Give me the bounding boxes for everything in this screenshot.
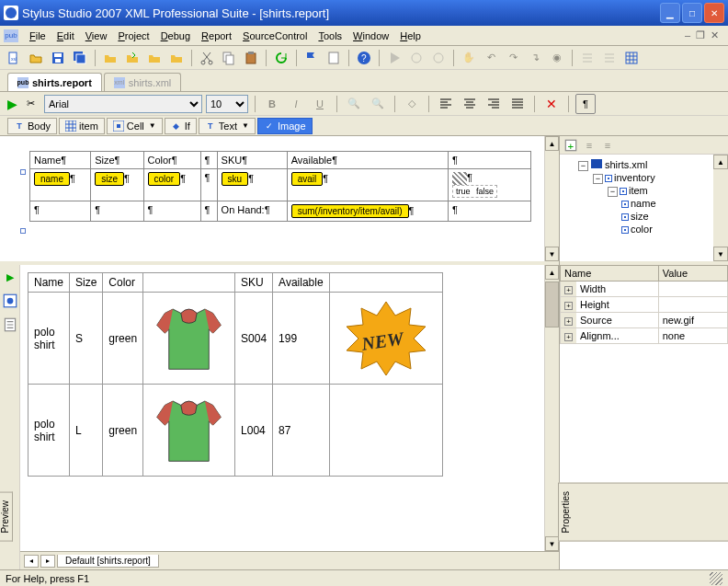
footer-cell[interactable]	[200, 201, 217, 222]
folder-button-3[interactable]	[144, 48, 165, 68]
cut-button[interactable]	[197, 48, 217, 68]
delete-button[interactable]: ✕	[541, 94, 562, 114]
mdi-restore-icon[interactable]: ❐	[696, 29, 705, 41]
menu-project[interactable]: Project	[112, 29, 154, 43]
folder-button-2[interactable]	[122, 48, 142, 68]
cell-type-button[interactable]: Cell▼	[107, 118, 163, 134]
token-cell-size[interactable]: size¶	[91, 169, 143, 201]
nav-button-2[interactable]: ↶	[481, 48, 501, 68]
copy-button[interactable]	[219, 48, 239, 68]
scissors-icon[interactable]: ✂	[27, 98, 35, 109]
menu-file[interactable]: File	[24, 29, 51, 43]
align-right-button[interactable]	[483, 94, 504, 114]
run-button[interactable]	[384, 48, 404, 68]
item-type-button[interactable]: item	[59, 118, 105, 134]
footer-cell[interactable]	[30, 201, 91, 222]
resize-gripper-icon[interactable]	[710, 572, 722, 585]
header-size[interactable]: Size	[91, 152, 143, 169]
tree-btn-3[interactable]: ≡	[600, 138, 615, 153]
maximize-button[interactable]: □	[682, 3, 702, 23]
save-button[interactable]	[48, 48, 68, 68]
tree-node-item[interactable]: −item name size color	[608, 184, 724, 236]
header-sku[interactable]: SKU	[217, 152, 287, 169]
token-cell-name[interactable]: name¶	[30, 169, 91, 201]
nav-button-5[interactable]: ◉	[547, 48, 567, 68]
align-center-button[interactable]	[460, 94, 480, 114]
scroll-down-icon[interactable]: ▼	[713, 247, 728, 261]
search-button-2[interactable]: 🔍	[368, 94, 388, 114]
footer-cell[interactable]	[143, 201, 200, 222]
tree-add-button[interactable]: +	[563, 138, 578, 153]
step-button-1[interactable]	[406, 48, 427, 68]
align-justify-button[interactable]	[507, 94, 528, 114]
underline-button[interactable]: U	[310, 94, 330, 114]
open-button[interactable]	[26, 48, 46, 68]
nav-button-4[interactable]: ↴	[525, 48, 545, 68]
footer-cell[interactable]	[91, 201, 143, 222]
header-available[interactable]: Available	[287, 152, 448, 169]
step-button-2[interactable]	[428, 48, 449, 68]
sum-cell[interactable]: sum(/inventory/item/avail)¶	[287, 201, 448, 222]
prop-row[interactable]: +Width	[561, 282, 728, 297]
align-left-button[interactable]	[436, 94, 456, 114]
refresh-button[interactable]	[271, 48, 291, 68]
preview-side-tab[interactable]: Preview	[0, 492, 13, 542]
italic-button[interactable]: I	[286, 94, 306, 114]
expand-icon[interactable]: +	[564, 302, 573, 310]
footer-cell[interactable]	[449, 201, 531, 222]
folder-button-4[interactable]	[166, 48, 187, 68]
preview-run-button[interactable]: ▶	[2, 269, 18, 285]
bold-button[interactable]: B	[262, 94, 282, 114]
grid-button[interactable]	[621, 48, 642, 68]
expand-icon[interactable]: +	[564, 317, 573, 326]
menu-window[interactable]: Window	[347, 29, 394, 43]
onhand-label-cell[interactable]: On Hand:¶	[217, 201, 287, 222]
mdi-minimize-icon[interactable]: –	[685, 29, 690, 41]
token-cell-truefalse[interactable]: ¶true false	[449, 169, 531, 201]
props-col-value[interactable]: Value	[658, 266, 727, 282]
preview-export-button[interactable]	[2, 316, 18, 333]
menu-debug[interactable]: Debug	[155, 29, 196, 43]
prop-row[interactable]: +Sourcenew.gif	[561, 313, 728, 328]
minimize-button[interactable]: ▁	[660, 3, 680, 23]
scroll-down-icon[interactable]: ▼	[545, 536, 559, 551]
expand-icon[interactable]: +	[564, 333, 573, 341]
design-grid[interactable]: Name Size Color SKU Available name¶ size…	[29, 151, 531, 222]
tab-shirts-report[interactable]: pub shirts.report	[7, 73, 102, 91]
props-col-name[interactable]: Name	[561, 266, 659, 282]
token-cell-img[interactable]: ¶	[200, 169, 217, 201]
collapse-icon[interactable]: −	[593, 174, 603, 184]
text-type-button[interactable]: TText▼	[199, 118, 256, 134]
scroll-thumb[interactable]	[545, 282, 559, 327]
menu-sourcecontrol[interactable]: SourceControl	[237, 29, 313, 43]
scroll-up-icon[interactable]: ▲	[545, 265, 559, 280]
image-type-button[interactable]: ✓Image	[257, 118, 313, 134]
list-button-2[interactable]	[599, 48, 620, 68]
scroll-up-icon[interactable]: ▲	[713, 155, 728, 169]
tree-node-color[interactable]: color	[622, 223, 724, 236]
prop-row[interactable]: +Alignm...none	[561, 328, 728, 344]
preview-scrollbar[interactable]: ▲ ▼	[544, 265, 559, 551]
tree-btn-2[interactable]: ≡	[582, 138, 597, 153]
folder-button-1[interactable]	[100, 48, 120, 68]
menu-edit[interactable]: Edit	[51, 29, 80, 43]
font-select[interactable]: Arial	[44, 95, 202, 113]
design-pane[interactable]: Name Size Color SKU Available name¶ size…	[0, 136, 559, 265]
header-empty2[interactable]	[449, 152, 531, 169]
preview-run-icon[interactable]: ▶	[7, 97, 17, 111]
preview-browser-button[interactable]	[2, 293, 18, 309]
pilcrow-button[interactable]: ¶	[575, 94, 596, 114]
token-cell-avail[interactable]: avail¶	[287, 169, 448, 201]
scroll-down-icon[interactable]: ▼	[545, 247, 559, 261]
new-button[interactable]: xsl	[4, 48, 24, 68]
tree-node-inventory[interactable]: −inventory −item name size color	[593, 171, 724, 237]
tab-next-button[interactable]: ▸	[40, 555, 55, 568]
body-type-button[interactable]: TBody	[7, 118, 57, 134]
font-size-select[interactable]: 10	[206, 95, 248, 113]
properties-side-tab[interactable]: Properties	[558, 483, 728, 542]
save-all-button[interactable]	[70, 48, 90, 68]
menu-view[interactable]: View	[80, 29, 113, 43]
close-button[interactable]: ✕	[704, 3, 724, 23]
menu-tools[interactable]: Tools	[313, 29, 347, 43]
clear-button[interactable]: ◇	[402, 94, 422, 114]
